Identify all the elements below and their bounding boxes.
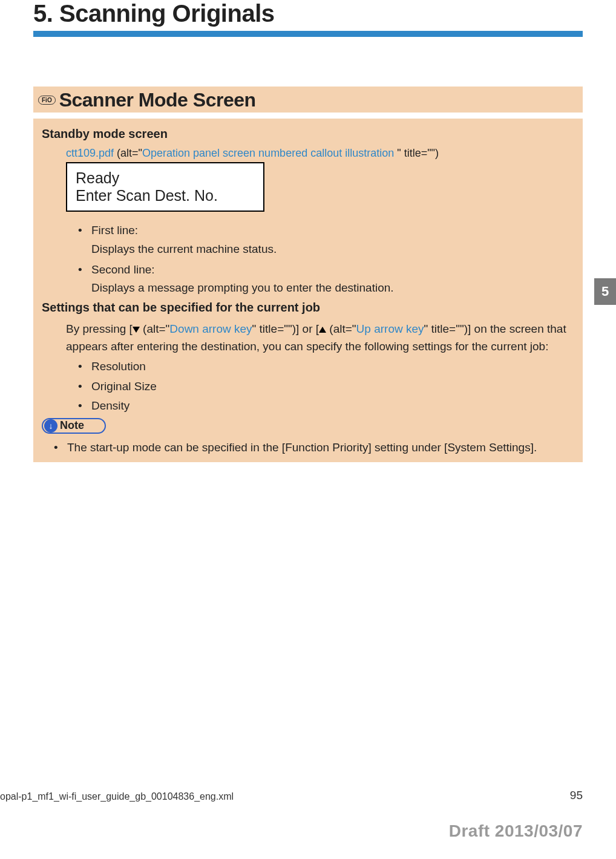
chapter-title: 5. Scanning Originals xyxy=(33,0,583,27)
standby-list: First line: xyxy=(78,223,574,239)
body-block: Standby mode screen ctt109.pdf (alt="Ope… xyxy=(33,119,583,462)
note-label: Note xyxy=(60,419,84,432)
footer-filename: opal-p1_mf1_wi-fi_user_guide_gb_00104836… xyxy=(0,791,234,802)
para-text: (alt=" xyxy=(140,322,170,335)
list-item: First line: xyxy=(78,223,574,239)
section-header-bar: FiO Scanner Mode Screen xyxy=(33,87,583,113)
down-arrow-icon xyxy=(133,327,140,333)
section-title: Scanner Mode Screen xyxy=(59,89,256,111)
standby-list: Second line: xyxy=(78,262,574,278)
para-text: " title="")] or [ xyxy=(252,322,319,335)
illustration-meta: ctt109.pdf (alt="Operation panel screen … xyxy=(66,147,574,160)
para-text: (alt=" xyxy=(326,322,356,335)
down-arrow-alt-link[interactable]: Down arrow key xyxy=(169,322,252,335)
list-item: Resolution xyxy=(78,359,574,375)
para-text: By pressing [ xyxy=(66,322,133,335)
settings-heading: Settings that can be specified for the c… xyxy=(42,301,574,315)
note-block: ↓ Note The start-up mode can be specifie… xyxy=(42,418,574,456)
note-down-icon: ↓ xyxy=(44,419,57,433)
chapter-side-tab: 5 xyxy=(594,278,616,305)
chapter-rule xyxy=(33,31,583,37)
note-tab: ↓ Note xyxy=(42,418,106,434)
lcd-screen: Ready Enter Scan Dest. No. xyxy=(66,162,264,212)
draft-stamp: Draft 2013/03/07 xyxy=(449,821,583,841)
settings-paragraph: By pressing [ (alt="Down arrow key" titl… xyxy=(66,321,574,355)
list-item: The start-up mode can be specified in th… xyxy=(54,440,574,456)
standby-heading: Standby mode screen xyxy=(42,127,574,141)
lcd-line-2: Enter Scan Dest. No. xyxy=(76,187,255,204)
list-item-desc: Displays the current machine status. xyxy=(91,243,574,256)
settings-list: Resolution Original Size Density xyxy=(78,359,574,414)
list-item-desc: Displays a message prompting you to ente… xyxy=(91,281,574,295)
alt-prefix: (alt=" xyxy=(114,147,142,159)
up-arrow-alt-link[interactable]: Up arrow key xyxy=(356,322,424,335)
list-item: Second line: xyxy=(78,262,574,278)
lcd-line-1: Ready xyxy=(76,169,255,187)
pdf-link[interactable]: ctt109.pdf xyxy=(66,147,114,159)
note-list: The start-up mode can be specified in th… xyxy=(54,440,574,456)
up-arrow-icon xyxy=(319,327,326,333)
alt-text-link[interactable]: Operation panel screen numbered callout … xyxy=(142,147,397,159)
list-item: Original Size xyxy=(78,379,574,395)
fio-badge-icon: FiO xyxy=(38,96,56,105)
page-number: 95 xyxy=(570,789,583,802)
alt-suffix: " title="") xyxy=(397,147,439,159)
list-item: Density xyxy=(78,398,574,414)
